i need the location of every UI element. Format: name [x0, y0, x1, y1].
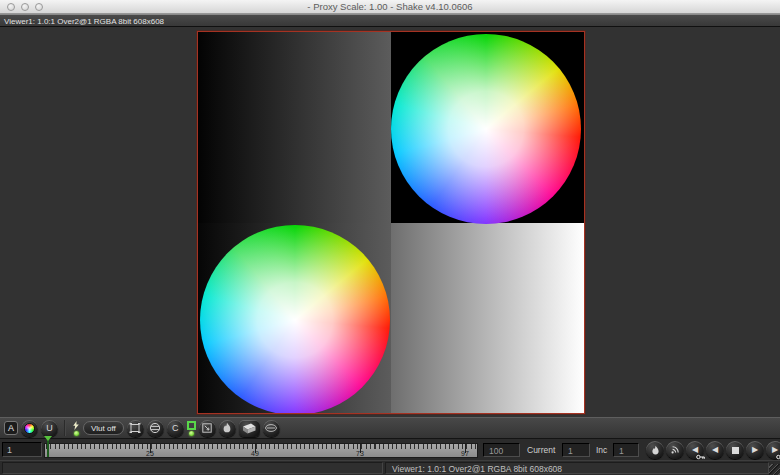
inspect-icon — [201, 422, 213, 434]
play-forward-button[interactable]: ▶ — [746, 441, 764, 459]
playhead-tip — [44, 436, 52, 441]
inc-label: Inc — [596, 445, 607, 455]
tick-label-73: 73 — [350, 450, 370, 457]
current-frame-field[interactable]: 1 — [562, 443, 590, 457]
end-frame-field[interactable]: 100 — [483, 443, 520, 457]
current-label: Current — [527, 445, 555, 455]
lightning-icon — [72, 421, 80, 430]
roi-led-stack — [187, 421, 196, 436]
viewer-tab-label[interactable]: Viewer1: 1.0:1 Over2@1 RGBA 8bit 608x608 — [4, 17, 164, 26]
viewer-tab-bar: Viewer1: 1.0:1 Over2@1 RGBA 8bit 608x608 — [0, 14, 780, 27]
window-title: - Proxy Scale: 1.00 - Shake v4.10.0606 — [0, 1, 780, 12]
resize-grip[interactable] — [769, 464, 780, 475]
ramp-light-quadrant — [391, 223, 584, 414]
compare-icon — [149, 422, 161, 434]
toolbar-group-vlut: Vlut off C — [68, 418, 284, 438]
inspect-region-button[interactable] — [199, 420, 216, 437]
color-wheel-icon — [24, 423, 35, 434]
status-message-field — [2, 462, 383, 474]
step-back-icon: ◀ — [692, 446, 698, 454]
stop-button[interactable] — [726, 441, 744, 459]
play-reverse-button[interactable]: ◀ — [706, 441, 724, 459]
monitor-3d-icon — [241, 422, 257, 435]
ellipse-icon — [264, 423, 278, 433]
roi-icon[interactable] — [187, 421, 196, 430]
ramp-dark-quadrant — [198, 32, 391, 223]
viewer-toolbar: A U Vlut off — [0, 417, 780, 438]
step-forward-icon: ▶ — [772, 446, 778, 454]
stop-icon — [732, 447, 739, 454]
minor-ticks — [46, 444, 477, 449]
viewer-canvas[interactable] — [0, 27, 780, 417]
playhead[interactable] — [43, 436, 52, 457]
toolbar-separator — [64, 420, 66, 436]
playhead-stem — [47, 439, 49, 457]
vlut-led-stack — [72, 421, 80, 436]
ellipse-button[interactable] — [263, 420, 280, 437]
viewer-info-field: Viewer1: 1.0:1 Over2@1 RGBA 8bit 608x608 — [385, 462, 769, 474]
inc-field[interactable]: 1 — [613, 443, 639, 457]
play-reverse-icon: ◀ — [712, 446, 718, 454]
flame-icon — [221, 422, 233, 434]
shake-window: - Proxy Scale: 1.00 - Shake v4.10.0606 V… — [0, 0, 780, 475]
flipbook-button[interactable] — [646, 441, 664, 459]
transport-controls: ◀ ◀ ▶ ▶ — [646, 441, 780, 459]
frame-field[interactable]: 1 — [2, 442, 42, 457]
toolbar-group-left: A U — [0, 418, 62, 438]
a-toggle-button[interactable]: A — [4, 421, 18, 435]
roi-led — [189, 431, 194, 436]
vlut-led — [74, 431, 79, 436]
timeline-ruler[interactable]: 25 49 73 97 — [44, 443, 478, 458]
viewer-image[interactable] — [197, 31, 585, 414]
key-step-forward-button[interactable]: ▶ — [766, 441, 780, 459]
flipbook-flame-icon — [650, 445, 661, 456]
flame-button[interactable] — [219, 420, 236, 437]
color-wheel-top — [391, 34, 581, 224]
compare-split-button[interactable] — [147, 420, 164, 437]
broadcast-monitor-button[interactable] — [239, 420, 260, 437]
image-frame-button[interactable] — [127, 420, 144, 437]
color-wheel-bottom — [200, 225, 390, 414]
status-bar: Viewer1: 1.0:1 Over2@1 RGBA 8bit 608x608 — [0, 460, 780, 475]
key-step-back-button[interactable]: ◀ — [686, 441, 704, 459]
play-forward-icon: ▶ — [752, 446, 758, 454]
tick-label-25: 25 — [140, 450, 160, 457]
compare-c-button[interactable]: C — [167, 420, 184, 437]
vlut-button[interactable]: Vlut off — [83, 421, 124, 435]
frame-icon — [129, 422, 141, 434]
render-waves-icon — [669, 444, 681, 456]
render-button[interactable] — [666, 441, 684, 459]
tick-label-49: 49 — [245, 450, 265, 457]
title-bar: - Proxy Scale: 1.00 - Shake v4.10.0606 — [0, 0, 780, 14]
time-bar: 1 25 49 73 97 100 Current 1 Inc 1 — [0, 438, 780, 460]
update-button[interactable]: U — [41, 420, 58, 437]
view-channel-button[interactable] — [21, 420, 38, 437]
tick-label-97: 97 — [455, 450, 475, 457]
